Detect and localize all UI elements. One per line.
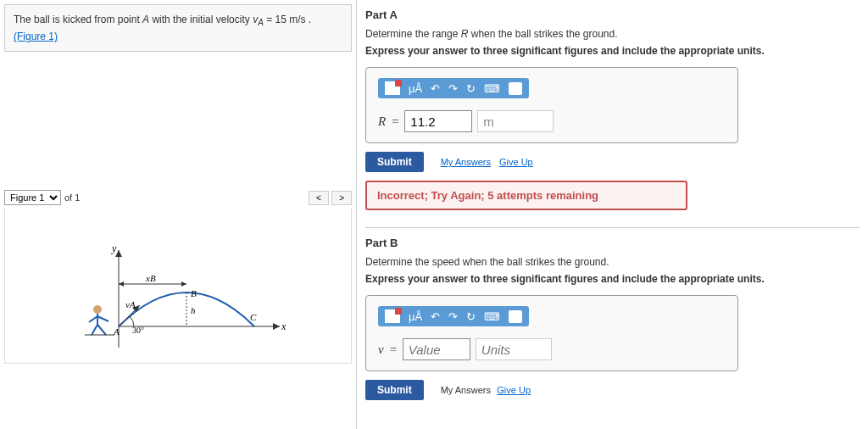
svg-line-10 xyxy=(97,316,108,321)
part-b-prompt: Determine the speed when the ball strike… xyxy=(365,256,860,268)
part-b-value-input[interactable] xyxy=(403,338,470,360)
part-a-title: Part A xyxy=(365,8,860,21)
redo-icon[interactable]: ↷ xyxy=(448,82,458,95)
part-a-my-answers-link[interactable]: My Answers xyxy=(441,157,491,167)
part-b-my-answers-link[interactable]: My Answers xyxy=(441,385,491,395)
part-a-feedback: Incorrect; Try Again; 5 attempts remaini… xyxy=(365,181,687,210)
redo-icon[interactable]: ↷ xyxy=(448,310,458,323)
figure-count: of 1 xyxy=(64,192,80,203)
problem-statement: The ball is kicked from point A with the… xyxy=(4,4,352,52)
figure-prev-button[interactable]: < xyxy=(309,191,329,205)
svg-line-11 xyxy=(92,325,97,335)
svg-marker-24 xyxy=(181,281,186,287)
part-a-instruct: Express your answer to three significant… xyxy=(365,45,860,57)
svg-point-7 xyxy=(93,305,102,314)
svg-text:xB: xB xyxy=(145,273,156,283)
part-a-prompt: Determine the range R when the ball stri… xyxy=(365,28,860,40)
equals-sign: = xyxy=(389,343,398,357)
part-a-value-input[interactable] xyxy=(404,110,472,132)
part-b-give-up-link[interactable]: Give Up xyxy=(497,385,531,395)
svg-text:C: C xyxy=(250,312,257,322)
undo-icon[interactable]: ↶ xyxy=(431,82,440,95)
help-button[interactable]: ? xyxy=(509,82,522,95)
problem-text: The ball is kicked from point A with the… xyxy=(14,14,311,25)
symbols-button[interactable]: μÅ xyxy=(409,310,422,323)
svg-text:x: x xyxy=(281,320,287,332)
part-b-instruct: Express your answer to three significant… xyxy=(365,273,860,285)
keyboard-icon[interactable]: ⌨ xyxy=(484,310,500,323)
equals-sign: = xyxy=(391,114,399,129)
svg-line-9 xyxy=(89,316,97,322)
svg-text:vA: vA xyxy=(125,299,136,309)
svg-text:B: B xyxy=(191,288,197,298)
figure-select[interactable]: Figure 1 xyxy=(4,190,61,205)
svg-marker-23 xyxy=(119,281,124,287)
svg-text:A: A xyxy=(113,326,120,337)
keyboard-icon[interactable]: ⌨ xyxy=(484,82,500,95)
divider xyxy=(365,227,860,228)
figure-next-button[interactable]: > xyxy=(331,191,352,205)
part-b: Part B Determine the speed when the ball… xyxy=(365,237,860,400)
svg-text:30°: 30° xyxy=(132,326,144,335)
reset-icon[interactable]: ↻ xyxy=(466,310,476,323)
svg-line-12 xyxy=(97,325,106,335)
part-b-submit-button[interactable]: Submit xyxy=(365,380,424,400)
template-icon[interactable] xyxy=(385,309,400,323)
svg-text:y: y xyxy=(111,242,117,254)
part-a-unit-input[interactable] xyxy=(477,110,554,132)
figure-image: y x vA 30° A B xyxy=(4,208,352,364)
template-icon[interactable] xyxy=(385,81,400,95)
part-b-unit-input[interactable] xyxy=(476,338,552,360)
symbols-button[interactable]: μÅ xyxy=(409,82,422,95)
part-a-toolbar: μÅ ↶ ↷ ↻ ⌨ ? xyxy=(378,78,529,98)
part-b-answer-box: μÅ ↶ ↷ ↻ ⌨ ? v = xyxy=(365,295,738,371)
part-b-variable: v xyxy=(378,343,384,357)
help-button[interactable]: ? xyxy=(509,310,522,323)
part-b-title: Part B xyxy=(365,237,860,249)
part-a-answer-row: R = xyxy=(378,110,726,132)
part-a-submit-button[interactable]: Submit xyxy=(365,152,424,172)
reset-icon[interactable]: ↻ xyxy=(466,82,476,95)
svg-text:h: h xyxy=(191,305,196,315)
svg-marker-3 xyxy=(273,323,280,330)
figure-panel: Figure 1 of 1 < > y x xyxy=(4,187,352,364)
part-a-give-up-link[interactable]: Give Up xyxy=(499,157,533,167)
undo-icon[interactable]: ↶ xyxy=(431,310,440,323)
part-a-answer-box: μÅ ↶ ↷ ↻ ⌨ ? R = xyxy=(365,67,738,143)
part-a-variable: R xyxy=(378,114,386,129)
figure-link[interactable]: (Figure 1) xyxy=(14,31,58,42)
part-a: Part A Determine the range R when the ba… xyxy=(365,8,860,210)
part-b-answer-row: v = xyxy=(378,338,726,360)
part-b-toolbar: μÅ ↶ ↷ ↻ ⌨ ? xyxy=(378,306,529,326)
